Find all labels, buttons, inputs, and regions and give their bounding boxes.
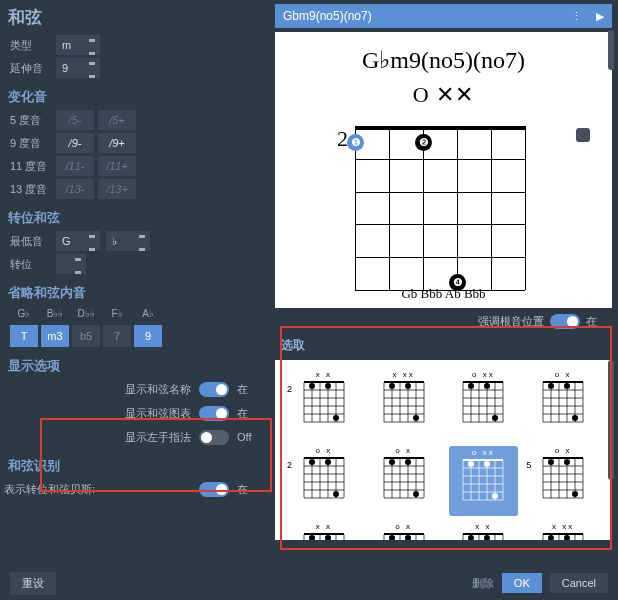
alter-minus[interactable]: /9- — [56, 133, 94, 153]
svg-point-58 — [564, 383, 570, 389]
type-label: 类型 — [10, 38, 56, 53]
svg-point-133 — [325, 535, 331, 540]
scrollbar[interactable] — [608, 360, 614, 480]
svg-point-162 — [468, 535, 474, 540]
note-head: B♭♭ — [41, 308, 69, 319]
voicing-option[interactable]: o x — [528, 370, 598, 440]
option-label: 显示左手指法 — [125, 430, 191, 445]
handle[interactable] — [576, 128, 590, 142]
svg-point-118 — [564, 459, 570, 465]
voicing-option[interactable]: x x2 — [289, 370, 359, 440]
option-toggle[interactable] — [199, 382, 229, 397]
voicing-option[interactable]: x x — [289, 522, 359, 540]
voicing-option[interactable]: o x — [369, 446, 439, 516]
bass-label: 最低音 — [10, 234, 56, 249]
ok-button[interactable]: OK — [502, 573, 542, 593]
alter-minus[interactable]: /5- — [56, 110, 94, 130]
alter-plus[interactable]: /13+ — [98, 179, 136, 199]
svg-point-132 — [309, 535, 315, 540]
recog-label: 表示转位和弦贝斯: — [4, 482, 191, 497]
alter-plus[interactable]: /11+ — [98, 156, 136, 176]
type-select[interactable]: m — [56, 35, 100, 55]
chord-diagram: G♭m9(no5)(no7) O ✕✕ 2 ❶❷❹ Gb Bbb Ab Bbb — [275, 32, 612, 308]
chord-bar-title: Gbm9(no5)(no7) — [275, 9, 564, 23]
ext-label: 延伸音 — [10, 61, 56, 76]
alter-plus[interactable]: /5+ — [98, 110, 136, 130]
recog-state: 在 — [237, 482, 259, 497]
svg-point-12 — [309, 383, 315, 389]
more-icon[interactable]: ⋮ — [564, 4, 588, 28]
recog-title: 和弦识别 — [8, 457, 267, 475]
option-label: 显示和弦名称 — [125, 382, 191, 397]
svg-point-57 — [548, 383, 554, 389]
finger-dot: ❶ — [347, 134, 364, 151]
note-head: F♭ — [103, 308, 131, 319]
voicing-option[interactable]: o xx — [449, 370, 519, 440]
note-cell[interactable]: T — [10, 325, 38, 347]
svg-point-13 — [325, 383, 331, 389]
option-state: 在 — [237, 382, 259, 397]
alter-minus[interactable]: /11- — [56, 156, 94, 176]
ext-select[interactable]: 9 — [56, 58, 100, 78]
voicing-option[interactable]: x xx — [528, 522, 598, 540]
svg-point-87 — [389, 459, 395, 465]
voicing-option[interactable]: o x 5 — [528, 446, 598, 516]
chord-name: G♭m9(no5)(no7) — [275, 46, 612, 74]
cancel-button[interactable]: Cancel — [550, 573, 608, 593]
voicing-option[interactable]: x xx — [369, 370, 439, 440]
option-toggle[interactable] — [199, 406, 229, 421]
svg-point-148 — [405, 535, 411, 540]
voicing-option[interactable]: o xx — [449, 446, 519, 516]
svg-point-89 — [413, 491, 419, 497]
svg-point-119 — [572, 491, 578, 497]
voicing-option[interactable]: x x — [449, 522, 519, 540]
alter-label: 13 度音 — [10, 182, 56, 197]
note-cell[interactable]: m3 — [41, 325, 69, 347]
svg-point-73 — [325, 459, 331, 465]
svg-point-102 — [468, 461, 474, 467]
option-label: 显示和弦图表 — [125, 406, 191, 421]
svg-point-178 — [564, 535, 570, 540]
note-head: A♭ — [134, 308, 162, 319]
inv-label: 转位 — [10, 257, 56, 272]
svg-point-14 — [333, 415, 339, 421]
svg-point-72 — [309, 459, 315, 465]
emphasis-toggle[interactable] — [550, 314, 580, 329]
svg-point-163 — [484, 535, 490, 540]
note-cell[interactable]: 7 — [103, 325, 131, 347]
svg-point-44 — [492, 415, 498, 421]
voicing-option[interactable]: o x 2 — [289, 446, 359, 516]
alter-label: 9 度音 — [10, 136, 56, 151]
scrollbar[interactable] — [608, 30, 614, 70]
panel-title: 和弦 — [8, 6, 267, 29]
recog-toggle[interactable] — [199, 482, 229, 497]
fret-number: 2 — [337, 126, 348, 152]
alter-title: 变化音 — [8, 88, 267, 106]
voicing-option[interactable]: o x — [369, 522, 439, 540]
bass-note-select[interactable]: G — [56, 231, 100, 251]
emphasis-state: 在 — [586, 314, 608, 329]
svg-point-117 — [548, 459, 554, 465]
omit-title: 省略和弦内音 — [8, 284, 267, 302]
svg-point-177 — [548, 535, 554, 540]
option-toggle[interactable] — [199, 430, 229, 445]
option-state: Off — [237, 431, 259, 443]
note-head: D♭♭ — [72, 308, 100, 319]
svg-point-103 — [484, 461, 490, 467]
play-icon[interactable]: ▶ — [588, 4, 612, 28]
svg-point-104 — [492, 493, 498, 499]
note-cell[interactable]: 9 — [134, 325, 162, 347]
alter-minus[interactable]: /13- — [56, 179, 94, 199]
alter-label: 11 度音 — [10, 159, 56, 174]
inv-select[interactable] — [56, 254, 86, 274]
string-marks: O ✕✕ — [275, 82, 612, 108]
delete-link[interactable]: 删除 — [472, 576, 494, 591]
reset-button[interactable]: 重设 — [10, 572, 56, 595]
svg-point-27 — [389, 383, 395, 389]
inversion-title: 转位和弦 — [8, 209, 267, 227]
note-cell[interactable]: b5 — [72, 325, 100, 347]
svg-point-28 — [405, 383, 411, 389]
string-names: Gb Bbb Ab Bbb — [275, 286, 612, 302]
bass-acc-select[interactable]: ♭ — [106, 231, 150, 251]
alter-plus[interactable]: /9+ — [98, 133, 136, 153]
